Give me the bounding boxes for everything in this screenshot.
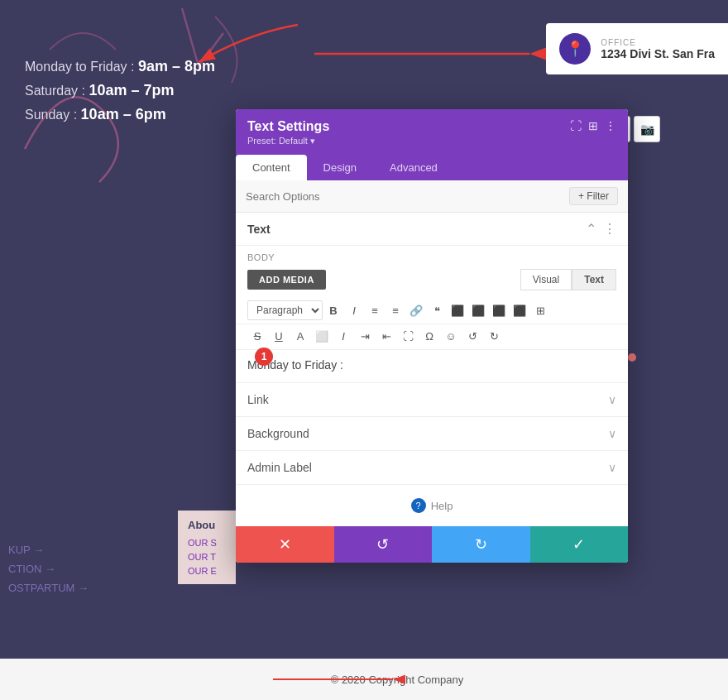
section-controls: ⌃ ⋮ xyxy=(586,221,616,237)
office-card: 📍 OFFICE 1234 Divi St. San Fra xyxy=(546,23,728,74)
hours-saturday: Saturday : 10am – 7pm xyxy=(25,82,215,99)
body-label: Body xyxy=(236,246,628,266)
add-media-row: ADD MEDIA Visual Text xyxy=(236,266,628,297)
strikethrough-button[interactable]: S xyxy=(247,326,267,346)
tab-content[interactable]: Content xyxy=(236,155,307,180)
visual-text-toggle: Visual Text xyxy=(520,269,616,290)
link-section-header[interactable]: Link ∨ xyxy=(236,383,628,416)
filter-button[interactable]: + Filter xyxy=(569,187,618,205)
paste-button[interactable]: ⬜ xyxy=(312,326,332,346)
hours-sunday: Sunday : 10am – 6pm xyxy=(25,106,215,123)
panel-title: Text Settings xyxy=(247,119,329,134)
panel-columns-icon[interactable]: ⊞ xyxy=(588,119,598,132)
italic-button[interactable]: I xyxy=(344,300,364,320)
align-center-button[interactable]: ⬛ xyxy=(468,300,488,320)
background-chevron-icon: ∨ xyxy=(608,427,616,440)
panel-expand-icon[interactable]: ⛶ xyxy=(570,119,582,132)
section-collapse-icon[interactable]: ⌃ xyxy=(586,221,596,237)
align-left-button[interactable]: ⬛ xyxy=(448,300,467,320)
text-section-title: Text xyxy=(247,223,271,236)
admin-chevron-icon: ∨ xyxy=(608,461,616,474)
footer-arrow xyxy=(273,667,405,692)
footer: © 2020 Copyright Company xyxy=(0,659,728,700)
toolbar-row1: Paragraph B I ≡ ≡ 🔗 ❝ ⬛ ⬛ ⬛ ⬛ ⊞ xyxy=(236,297,628,324)
background-section: Background ∨ xyxy=(236,417,628,451)
save-button[interactable]: ✓ xyxy=(530,526,629,563)
panel-header-left: Text Settings Preset: Default ▾ xyxy=(247,119,329,146)
tab-advanced[interactable]: Advanced xyxy=(373,155,454,180)
link-section-label: Link xyxy=(247,393,269,406)
text-color-button[interactable]: A xyxy=(290,326,310,346)
help-icon: ? xyxy=(411,498,426,513)
office-location-icon: 📍 xyxy=(559,33,591,65)
fullscreen-button[interactable]: ⛶ xyxy=(398,326,418,346)
background-section-header[interactable]: Background ∨ xyxy=(236,417,628,450)
italic2-button[interactable]: I xyxy=(333,326,353,346)
ol-button[interactable]: ≡ xyxy=(386,300,405,320)
nav-item-3[interactable]: OSTPARTUM → xyxy=(0,582,89,594)
text-section-header: Text ⌃ ⋮ xyxy=(236,213,628,246)
emoji-button[interactable]: ☺ xyxy=(441,326,461,346)
link-chevron-icon: ∨ xyxy=(608,393,616,406)
admin-label-section-label: Admin Label xyxy=(247,461,312,474)
panel-tabs: Content Design Advanced xyxy=(236,155,628,180)
cancel-button[interactable]: ✕ xyxy=(236,526,334,563)
undo-button[interactable]: ↺ xyxy=(462,326,482,346)
settings-panel: Text Settings Preset: Default ▾ ⛶ ⊞ ⋮ Co… xyxy=(236,109,628,563)
search-input[interactable] xyxy=(246,190,569,203)
link-section: Link ∨ xyxy=(236,383,628,417)
icon-btn-instagram[interactable]: 📷 xyxy=(634,116,660,142)
mid-link-2[interactable]: OUR T xyxy=(188,552,226,562)
table-button[interactable]: ⊞ xyxy=(530,300,550,320)
visual-button[interactable]: Visual xyxy=(520,269,572,290)
align-justify-button[interactable]: ⬛ xyxy=(510,300,529,320)
blockquote-button[interactable]: ❝ xyxy=(427,300,447,320)
arrow-left xyxy=(149,8,314,74)
section-more-icon[interactable]: ⋮ xyxy=(603,221,616,237)
reset-button[interactable]: ↺ xyxy=(334,526,433,563)
add-media-button[interactable]: ADD MEDIA xyxy=(247,270,326,290)
nav-item-2[interactable]: CTION → xyxy=(0,563,89,575)
underline-button[interactable]: U xyxy=(269,326,289,346)
editor-content[interactable]: Monday to Friday : xyxy=(236,350,628,383)
mid-link-1[interactable]: OUR S xyxy=(188,538,226,548)
office-text: OFFICE 1234 Divi St. San Fra xyxy=(601,38,715,60)
text-button[interactable]: Text xyxy=(572,269,616,290)
paragraph-select[interactable]: Paragraph xyxy=(247,300,323,320)
accent-dot xyxy=(628,353,636,362)
redo-button[interactable]: ↻ xyxy=(484,326,504,346)
middle-panel: Abou OUR S OUR T OUR E xyxy=(178,511,236,584)
step-badge: 1 xyxy=(255,348,273,366)
tab-design[interactable]: Design xyxy=(307,155,373,180)
panel-actions: ✕ ↺ ↻ ✓ xyxy=(236,526,628,563)
about-label: Abou xyxy=(188,519,226,531)
toolbar-row2: S U A ⬜ I ⇥ ⇤ ⛶ Ω ☺ ↺ ↻ xyxy=(236,324,628,350)
panel-header-right: ⛶ ⊞ ⋮ xyxy=(570,119,616,132)
ul-button[interactable]: ≡ xyxy=(365,300,385,320)
help-label[interactable]: Help xyxy=(431,500,453,512)
arrow-right xyxy=(314,37,546,70)
admin-label-section-header[interactable]: Admin Label ∨ xyxy=(236,451,628,484)
special-chars-button[interactable]: Ω xyxy=(419,326,439,346)
align-right-button[interactable]: ⬛ xyxy=(489,300,509,320)
link-button[interactable]: 🔗 xyxy=(406,300,426,320)
left-nav: KUP → CTION → OSTPARTUM → xyxy=(0,544,89,601)
indent-button[interactable]: ⇥ xyxy=(355,326,375,346)
panel-preset[interactable]: Preset: Default ▾ xyxy=(247,136,329,146)
bold-button[interactable]: B xyxy=(323,300,343,320)
panel-body: + Filter Text ⌃ ⋮ Body ADD MEDIA Visual … xyxy=(236,180,628,526)
panel-header: Text Settings Preset: Default ▾ ⛶ ⊞ ⋮ xyxy=(236,109,628,155)
paragraph-group: Paragraph B I ≡ ≡ 🔗 ❝ ⬛ ⬛ ⬛ ⬛ ⊞ xyxy=(247,300,550,320)
panel-search-bar: + Filter xyxy=(236,180,628,213)
background-section-label: Background xyxy=(247,427,309,440)
outdent-button[interactable]: ⇤ xyxy=(376,326,396,346)
help-row: ? Help xyxy=(236,485,628,526)
mid-link-3[interactable]: OUR E xyxy=(188,566,226,576)
admin-label-section: Admin Label ∨ xyxy=(236,451,628,485)
redo-action-button[interactable]: ↻ xyxy=(432,526,530,563)
nav-item-1[interactable]: KUP → xyxy=(0,544,89,556)
panel-menu-icon[interactable]: ⋮ xyxy=(605,119,616,132)
